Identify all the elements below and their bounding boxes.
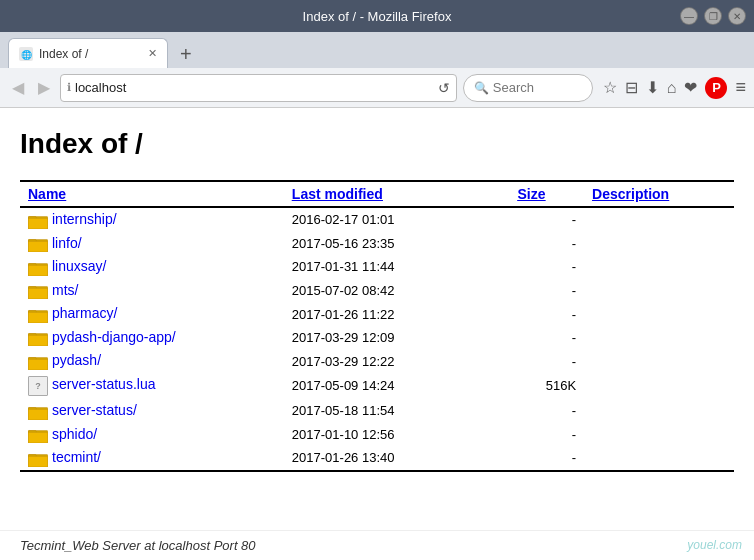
folder-icon	[28, 213, 48, 229]
file-date-cell: 2017-05-18 11:54	[284, 399, 510, 423]
file-link[interactable]: pharmacy/	[52, 305, 117, 321]
file-date-cell: 2017-01-26 13:40	[284, 446, 510, 471]
download-button[interactable]: ⬇	[646, 78, 659, 97]
nav-icons: ☆ ⊟ ⬇ ⌂ ❤ P ≡	[603, 77, 746, 99]
file-date-cell: 2017-01-10 12:56	[284, 423, 510, 447]
watermark: youel.com	[687, 538, 742, 552]
file-desc-cell	[584, 279, 734, 303]
folder-icon	[28, 354, 48, 370]
file-link[interactable]: mts/	[52, 282, 78, 298]
file-name-cell: tecmint/	[20, 446, 284, 471]
home-button[interactable]: ⌂	[667, 79, 677, 97]
folder-icon	[28, 236, 48, 252]
table-row: pharmacy/2017-01-26 11:22-	[20, 302, 734, 326]
file-size-cell: -	[509, 349, 584, 373]
nav-bar: ◀ ▶ ℹ ↺ 🔍 ☆ ⊟ ⬇ ⌂ ❤ P ≡	[0, 68, 754, 108]
file-link[interactable]: server-status.lua	[52, 376, 155, 392]
footer-text: Tecmint_Web Server at localhost Port 80	[20, 538, 256, 553]
file-name-cell: mts/	[20, 279, 284, 303]
window-title: Index of / - Mozilla Firefox	[303, 9, 452, 24]
file-name-cell: pharmacy/	[20, 302, 284, 326]
file-size-cell: -	[509, 207, 584, 232]
folder-icon	[28, 330, 48, 346]
file-size-cell: -	[509, 326, 584, 350]
svg-rect-7	[28, 241, 48, 252]
file-desc-cell	[584, 255, 734, 279]
file-link[interactable]: linuxsay/	[52, 258, 106, 274]
file-date-cell: 2015-07-02 08:42	[284, 279, 510, 303]
file-size-cell: -	[509, 446, 584, 471]
col-name[interactable]: Name	[20, 181, 284, 207]
file-link[interactable]: pydash-django-app/	[52, 329, 176, 345]
table-header-row: Name Last modified Size Description	[20, 181, 734, 207]
file-name-cell: linfo/	[20, 232, 284, 256]
url-input[interactable]	[75, 80, 434, 95]
file-name-cell: pydash/	[20, 349, 284, 373]
back-button[interactable]: ◀	[8, 76, 28, 99]
bookmark-button[interactable]: ☆	[603, 78, 617, 97]
svg-text:🌐: 🌐	[21, 49, 33, 61]
svg-rect-22	[28, 359, 48, 370]
file-desc-cell	[584, 446, 734, 471]
file-desc-cell	[584, 326, 734, 350]
menu-button[interactable]: ≡	[735, 77, 746, 98]
new-tab-button[interactable]: +	[172, 43, 200, 66]
table-row: linuxsay/2017-01-31 11:44-	[20, 255, 734, 279]
svg-rect-16	[28, 312, 48, 323]
file-link[interactable]: linfo/	[52, 235, 82, 251]
svg-rect-19	[28, 336, 48, 347]
file-date-cell: 2016-02-17 01:01	[284, 207, 510, 232]
search-bar: 🔍	[463, 74, 593, 102]
file-name-cell: internship/	[20, 207, 284, 232]
table-row: server-status/2017-05-18 11:54-	[20, 399, 734, 423]
file-size-cell: -	[509, 302, 584, 326]
pocket-button[interactable]: ❤	[684, 78, 697, 97]
folder-icon	[28, 260, 48, 276]
col-desc[interactable]: Description	[584, 181, 734, 207]
file-link[interactable]: sphido/	[52, 426, 97, 442]
table-row: ?server-status.lua2017-05-09 14:24516K	[20, 373, 734, 399]
file-size-cell: -	[509, 255, 584, 279]
page-title: Index of /	[20, 128, 734, 160]
file-link[interactable]: internship/	[52, 211, 117, 227]
file-desc-cell	[584, 373, 734, 399]
tab-close-icon[interactable]: ✕	[148, 47, 157, 60]
reader-button[interactable]: ⊟	[625, 78, 638, 97]
col-modified[interactable]: Last modified	[284, 181, 510, 207]
maximize-button[interactable]: ❐	[704, 7, 722, 25]
pinterest-button[interactable]: P	[705, 77, 727, 99]
window-controls: — ❐ ✕	[680, 7, 746, 25]
file-name-cell: sphido/	[20, 423, 284, 447]
minimize-button[interactable]: —	[680, 7, 698, 25]
file-link[interactable]: pydash/	[52, 352, 101, 368]
file-link[interactable]: tecmint/	[52, 449, 101, 465]
table-row: linfo/2017-05-16 23:35-	[20, 232, 734, 256]
search-input[interactable]	[493, 80, 573, 95]
file-link[interactable]: server-status/	[52, 402, 137, 418]
forward-button[interactable]: ▶	[34, 76, 54, 99]
active-tab[interactable]: 🌐 Index of / ✕	[8, 38, 168, 68]
tab-favicon-icon: 🌐	[19, 47, 33, 61]
svg-rect-31	[28, 456, 48, 467]
url-bar: ℹ ↺	[60, 74, 457, 102]
search-icon: 🔍	[474, 81, 489, 95]
svg-rect-25	[28, 409, 48, 420]
col-size[interactable]: Size	[509, 181, 584, 207]
file-name-cell: pydash-django-app/	[20, 326, 284, 350]
page-content: Index of / Name Last modified Size Descr…	[0, 108, 754, 530]
file-size-cell: 516K	[509, 373, 584, 399]
table-row: sphido/2017-01-10 12:56-	[20, 423, 734, 447]
file-size-cell: -	[509, 232, 584, 256]
refresh-button[interactable]: ↺	[438, 80, 450, 96]
folder-icon	[28, 427, 48, 443]
file-name-cell: server-status/	[20, 399, 284, 423]
tab-label: Index of /	[39, 47, 88, 61]
file-desc-cell	[584, 207, 734, 232]
file-date-cell: 2017-01-26 11:22	[284, 302, 510, 326]
svg-rect-28	[28, 432, 48, 443]
folder-icon	[28, 404, 48, 420]
file-icon: ?	[28, 376, 48, 396]
svg-rect-10	[28, 265, 48, 276]
close-button[interactable]: ✕	[728, 7, 746, 25]
table-row: mts/2015-07-02 08:42-	[20, 279, 734, 303]
